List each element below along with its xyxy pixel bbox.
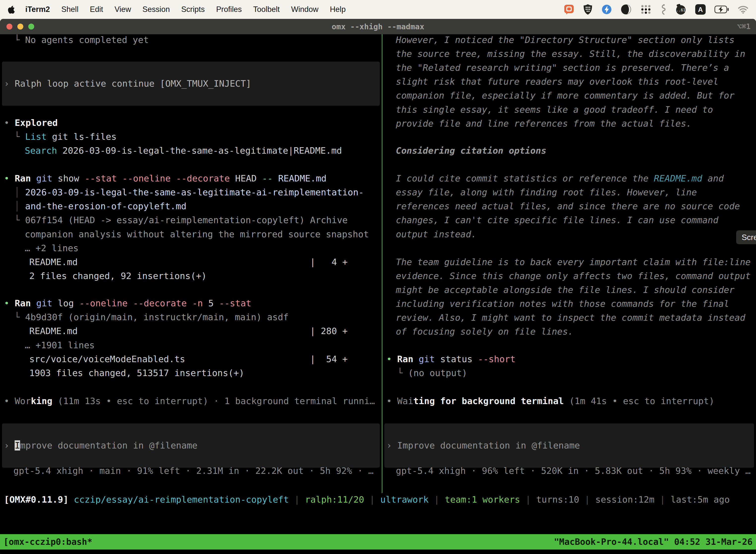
tree-branch: └ (397, 368, 408, 378)
log-output-line-1: └ 4b9d30f (origin/main, instructkr/main,… (14, 312, 289, 323)
right-terminal-pane[interactable]: However, I noticed the "Directory Struct… (382, 34, 756, 493)
window-title-bar[interactable]: omx --xhigh --madmax ⌥⌘1 (0, 19, 756, 34)
screen-share-overlay[interactable]: Scre (736, 230, 756, 244)
menu-item-session[interactable]: Session (142, 5, 170, 14)
readme-link[interactable]: README.md (654, 173, 702, 183)
reasoning-p3-line3: might be acceptable alongside the file l… (396, 284, 735, 296)
svg-text:..61: ..61 (676, 8, 685, 12)
dragon-squiggle-icon[interactable] (660, 4, 667, 15)
prompt-chevron-icon: › (386, 440, 397, 450)
reasoning-p2-line3: references need actual files, and since … (396, 201, 740, 212)
right-prompt-input[interactable]: › Improve documentation in @filename (386, 440, 580, 451)
arc-crescent-icon[interactable] (621, 4, 631, 15)
left-terminal-pane[interactable]: │ └ No agents completed yet › Ralph loop… (0, 34, 382, 493)
log-summary-line: 1903 files changed, 513517 insertions(+) (29, 367, 244, 379)
reasoning-p1-line6: this single essay, it seems like a good … (396, 104, 713, 115)
reasoning-p2-line5: output instead. (396, 229, 477, 240)
menu-item-profiles[interactable]: Profiles (216, 5, 242, 14)
turns-counter: turns:10 (536, 494, 579, 505)
reasoning-p1-line3: the "Related research writing" section i… (396, 62, 729, 73)
menu-item-toolbelt[interactable]: Toolbelt (253, 5, 280, 14)
menu-item-shell[interactable]: Shell (61, 5, 78, 14)
a-app-icon[interactable]: A (695, 4, 706, 15)
bullet-icon: • (4, 298, 15, 308)
tmux-status-bar: [omx-cczip0:bash* "MacBook-Pro-44.local"… (0, 534, 756, 550)
log-stat-file-2: src/voice/voiceModeEnabled.ts (29, 353, 185, 365)
reasoning-p3-line2: evidence. Since this change only affects… (396, 270, 751, 282)
reasoning-p2-line4: changes, I can't cite specific file line… (396, 214, 718, 226)
bullet-icon: • (386, 396, 397, 406)
show-output-line-3: … +2 lines (25, 242, 79, 254)
reasoning-p2-line1: I could cite commit statistics or refere… (396, 173, 724, 184)
tree-pipe: │ (14, 187, 25, 197)
waiting-status-line: • Waiting for background terminal (1m 41… (386, 395, 714, 407)
bullet-icon: • (4, 118, 15, 128)
show-output-line-1: └ 067f154 (HEAD -> essay/ai-reimplementa… (14, 214, 348, 226)
show-arg-line-2: │ and-the-erosion-of-copyleft.md (14, 201, 187, 212)
chevron-icon: › (4, 78, 15, 89)
list-files-line: └ List git ls-files (14, 131, 117, 143)
tree-branch: └ (14, 35, 25, 45)
log-stat-file-1: README.md (29, 325, 78, 337)
reasoning-p3-line4: including verification notes with those … (396, 298, 729, 310)
show-stat-file: README.md (29, 257, 78, 268)
wifi-icon[interactable] (738, 5, 749, 14)
team-workers: team:1 workers (445, 494, 520, 505)
screen-record-status-icon[interactable] (564, 4, 574, 15)
ran-git-status-line: • Ran git status --short (386, 353, 515, 365)
reasoning-p3-line6: of focusing solely on file lines. (396, 326, 573, 337)
tmux-window-tab[interactable]: [omx-cczip0:bash* (3, 537, 92, 547)
window-shortcut-badge: ⌥⌘1 (737, 19, 751, 34)
menu-item-view[interactable]: View (115, 5, 131, 14)
ralph-counter: ralph:11/20 (305, 494, 364, 505)
reasoning-p3-line5: review. Also, I might want to inspect th… (396, 312, 745, 323)
timer-badge-icon[interactable]: ..61 (675, 4, 687, 15)
svg-text:A: A (698, 6, 703, 13)
omx-branch-path: cczip/essay/ai-reimplementation-copyleft (74, 494, 289, 505)
iterm2-window: omx --xhigh --madmax ⌥⌘1 │ └ No agents c… (0, 19, 756, 554)
tree-pipe: │ (14, 201, 25, 211)
ultrawork-badge: ultrawork (380, 494, 429, 505)
no-agents-line: └ No agents completed yet (14, 34, 149, 46)
menu-item-iterm2[interactable]: iTerm2 (25, 5, 50, 14)
working-status-line: • Working (11m 13s • esc to interrupt) ·… (4, 395, 375, 407)
reasoning-p1-line4: slight risk that future readers may over… (396, 76, 718, 88)
apple-menu-icon[interactable] (7, 5, 15, 14)
reasoning-p1-line5: companion file, especially if more comme… (396, 90, 735, 101)
show-output-line-2: companion analysis without altering the … (25, 229, 369, 240)
show-summary-line: 2 files changed, 92 insertions(+) (29, 270, 207, 282)
tree-branch: └ (14, 215, 25, 225)
dots-grid-icon[interactable] (640, 4, 652, 15)
reasoning-p2-line2: essay file, along with finding root file… (396, 187, 697, 198)
show-stat-count: | 4 + (310, 257, 348, 268)
tree-branch: └ (14, 312, 25, 322)
ran-git-log-line: • Ran git log --oneline --decorate -n 5 … (4, 297, 251, 309)
show-arg-line-1: │ 2026-03-09-is-legal-the-same-as-legiti… (14, 187, 364, 198)
menu-item-edit[interactable]: Edit (90, 5, 103, 14)
no-output-line: └ (no output) (397, 367, 467, 379)
bolt-badge-icon[interactable] (601, 4, 612, 15)
reasoning-p1-line2: the source tree, missing the essay. Stil… (396, 48, 745, 60)
tree-branch: └ (14, 131, 25, 142)
reasoning-p1-line1: However, I noticed the "Directory Struct… (396, 34, 735, 46)
prompt-chevron-icon: › (4, 440, 15, 450)
menu-item-help[interactable]: Help (330, 5, 346, 14)
log-stat-count-2: | 54 + (310, 353, 348, 365)
reasoning-heading: Considering citation options (396, 145, 547, 156)
log-output-line-2: … +1901 lines (25, 340, 95, 351)
menu-item-scripts[interactable]: Scripts (181, 5, 205, 14)
bullet-icon: • (4, 396, 15, 406)
reasoning-p3-line1: The team guideline is to back every impo… (396, 257, 751, 268)
reasoning-p1-line7: provide file and line references from th… (396, 118, 692, 129)
omx-version: [OMX#0.11.9] (4, 494, 74, 505)
explored-heading: • Explored (4, 117, 58, 128)
log-stat-count-1: | 280 + (310, 325, 348, 337)
ralph-loop-line: › Ralph loop active continue [OMX_TMUX_I… (4, 78, 251, 89)
left-prompt-input[interactable]: › Improve documentation in @filename (4, 440, 197, 451)
window-title: omx --xhigh --madmax (0, 19, 756, 34)
session-timer: session:12m (595, 494, 654, 505)
shield-grid-icon[interactable] (583, 4, 593, 15)
battery-icon[interactable] (714, 5, 729, 13)
menu-item-window[interactable]: Window (291, 5, 318, 14)
search-line: Search 2026-03-09-is-legal-the-same-as-l… (25, 145, 342, 156)
